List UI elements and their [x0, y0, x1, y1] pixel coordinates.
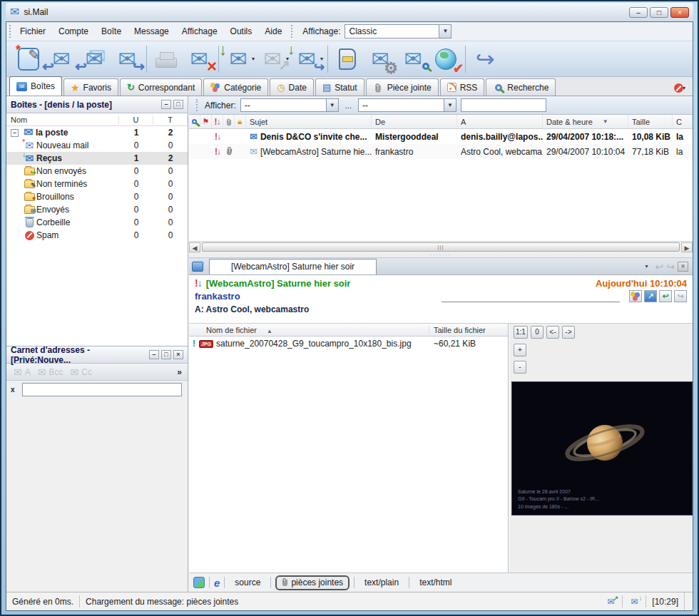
scrollbar-thumb[interactable]: ||| [202, 242, 680, 252]
tab-date[interactable]: ◷ Date [270, 78, 314, 96]
panel-minimize-button[interactable]: – [161, 100, 171, 109]
column-size[interactable]: Taille [628, 115, 673, 128]
message-list-header[interactable]: ⚑ !↓ 🔒︎ Sujet De A Date & heure▼ Taille … [189, 115, 693, 129]
filter-dropdown-2[interactable]: -- ▼ [358, 98, 456, 112]
zoom-in-button[interactable]: + [514, 344, 526, 356]
message-row[interactable]: !↓ ✉[WebcamAstro] Saturne hie... frankas… [189, 144, 693, 159]
receive-button[interactable]: ✉ ↓ [222, 43, 255, 75]
chevron-down-icon[interactable]: ▼ [326, 99, 338, 111]
menu-boite[interactable]: Boîte [95, 24, 128, 39]
previous-image-button[interactable]: <- [546, 326, 559, 339]
tree-row-nouveau-mail[interactable]: ✉* Nouveau mail 0 0 [6, 139, 188, 152]
resize-grip[interactable] [684, 592, 693, 610]
saturn-image-preview[interactable]: Saturne le 28 avril 2007 G9 - Toucam pro… [511, 381, 693, 515]
chevron-more-button[interactable]: » [177, 367, 182, 377]
tree-collapse-toggle[interactable]: – [11, 129, 19, 137]
send-receive-button[interactable]: ✉ ↓ ↪ [290, 43, 323, 75]
forward-quick-button[interactable]: ↪ [674, 290, 687, 302]
mailboxes-panel-header[interactable]: Boîtes - [denis / la poste] – □ [6, 96, 188, 113]
attachment-row[interactable]: ! JPG saturne_20070428_G9_toucampro_10x1… [189, 337, 508, 351]
maximize-button[interactable]: □ [650, 7, 668, 18]
tab-recherche[interactable]: Recherche [486, 78, 556, 96]
menu-affichage[interactable]: Affichage [175, 24, 224, 39]
search-mail-button[interactable]: ✉ [397, 43, 429, 75]
filter-more-button[interactable]: ... [343, 101, 354, 110]
column-subject[interactable]: Sujet [246, 115, 372, 128]
panel-maximize-button[interactable]: □ [161, 350, 171, 359]
menu-fichier[interactable]: Fichier [14, 24, 52, 39]
zoom-out-button[interactable]: - [514, 361, 526, 374]
toolbar-grip[interactable] [196, 99, 198, 112]
address-search-input[interactable] [22, 383, 182, 396]
message-from-link[interactable]: frankastro [195, 291, 240, 302]
view-combobox[interactable]: Classic ▼ [345, 24, 451, 38]
tab-statut[interactable]: ▤ Statut [315, 78, 364, 96]
chevron-down-icon[interactable]: ▼ [444, 99, 456, 111]
chevron-down-icon[interactable]: ▾ [646, 263, 648, 270]
menu-aide[interactable]: Aide [258, 24, 288, 39]
toolbar-grip[interactable] [291, 25, 292, 38]
tree-row-recus[interactable]: ✉↓ Reçus 1 2 [6, 152, 188, 165]
next-image-button[interactable]: -> [562, 326, 575, 339]
tree-row-non-envoyes[interactable]: ↪ Non envoyés 0 0 [6, 165, 188, 178]
column-account[interactable]: C [673, 115, 693, 128]
tree-row-corbeille[interactable]: Corbeille 0 0 [6, 216, 188, 229]
filter-dropdown-1[interactable]: -- ▼ [240, 98, 339, 112]
tab-piece-jointe[interactable]: Pièce jointe [366, 78, 439, 96]
column-to[interactable]: A [457, 115, 543, 128]
spam-filter-button[interactable]: ▾ [674, 83, 687, 93]
check-mail-button[interactable]: ✔ [429, 43, 462, 75]
zoom-1-1-button[interactable]: 1:1 [514, 326, 528, 339]
archive-button[interactable]: ↗ [644, 290, 657, 302]
quick-note-input[interactable] [442, 291, 620, 302]
panel-minimize-button[interactable]: – [149, 350, 159, 359]
nav-forward-icon[interactable]: ↪ [666, 261, 675, 272]
panel-close-button[interactable]: × [173, 350, 183, 359]
tree-row-account[interactable]: – ✉ la poste 1 2 [6, 126, 188, 139]
close-button[interactable]: × [670, 7, 689, 18]
search-column-icon[interactable] [189, 115, 200, 128]
tab-source[interactable]: source [229, 576, 266, 589]
forward-button[interactable]: ✉ ↪ [111, 43, 143, 75]
panel-maximize-button[interactable]: □ [173, 100, 183, 109]
reply-button[interactable]: ✉ ↩ [45, 43, 78, 75]
preview-close-button[interactable]: × [678, 262, 688, 272]
priority-column-icon[interactable]: !↓ [212, 115, 223, 128]
column-date[interactable]: Date & heure▼ [543, 115, 628, 128]
menu-compte[interactable]: Compte [52, 24, 95, 39]
tab-text-html[interactable]: text/html [414, 576, 457, 589]
address-book-button[interactable] [331, 43, 364, 75]
title-bar[interactable]: ✉ si.Mail – □ × [6, 3, 693, 21]
window-stack-icon[interactable] [192, 262, 203, 272]
tab-rss[interactable]: RSS [440, 78, 485, 96]
options-button[interactable]: ✉ ⚙ [364, 43, 397, 75]
chevron-down-icon[interactable]: ▼ [439, 25, 451, 38]
redirect-button[interactable]: ↪ [469, 43, 501, 75]
tree-row-non-termines[interactable]: ✎ Non terminés 0 0 [6, 178, 188, 190]
receive-status-button[interactable]: ✉↓ [623, 595, 646, 608]
horizontal-scrollbar[interactable]: ◀ ||| ▶ [189, 241, 693, 252]
toolbar-grip[interactable] [9, 25, 11, 38]
preview-tab[interactable]: [WebcamAstro] Saturne hier soir [209, 259, 377, 274]
filter-text-input[interactable] [461, 98, 546, 112]
address-book-header[interactable]: Carnet d'adresses - [Privé:Nouve... – □ … [6, 346, 188, 364]
tab-boites[interactable]: ✉ Boîtes [9, 76, 62, 96]
menu-outils[interactable]: Outils [224, 24, 259, 39]
tab-favoris[interactable]: ★ Favoris [63, 78, 118, 96]
lock-column-icon[interactable]: 🔒︎ [235, 115, 246, 128]
flag-column-icon[interactable]: ⚑ [200, 115, 212, 128]
tree-row-envoyes[interactable]: ✉ Envoyés 0 0 [6, 203, 188, 216]
paperclip-column-icon[interactable] [223, 115, 235, 128]
tree-row-spam[interactable]: Spam 0 0 [6, 229, 188, 242]
attachment-list-header[interactable]: Nom de fichier▲ Taille du fichier [189, 324, 508, 337]
tab-correspondant[interactable]: ↻ Correspondant [120, 78, 202, 96]
message-row[interactable]: !↓ ✉Denis D&CO s'invite che... Mistergoo… [189, 129, 693, 144]
tab-pieces-jointes[interactable]: pièces jointes [275, 575, 350, 590]
tree-row-brouillons[interactable]: ● Brouillons 0 0 [6, 190, 188, 203]
send-status-button[interactable]: ✉↗ [599, 595, 623, 608]
category-button[interactable] [629, 290, 642, 302]
tree-column-header[interactable]: Nom U T [6, 113, 188, 126]
compose-button[interactable]: ✎ * [12, 43, 45, 75]
menu-message[interactable]: Message [128, 24, 175, 39]
tab-categorie[interactable]: Catégorie [203, 78, 268, 96]
